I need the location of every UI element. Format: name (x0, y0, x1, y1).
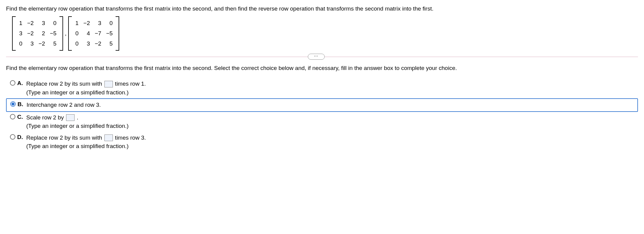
choice-hint: (Type an integer or a simplified fractio… (26, 142, 636, 151)
answer-box-a[interactable] (104, 81, 113, 87)
matrix-2: 1−230 04−7−5 03−25 (68, 16, 119, 51)
choice-letter: D. (17, 134, 26, 141)
choice-text: Scale row 2 by . (Type an integer or a s… (26, 113, 636, 131)
choice-text: Replace row 2 by its sum with times row … (26, 134, 636, 151)
choice-text: Interchange row 2 and row 3. (27, 101, 636, 109)
matrix-separator: , (65, 30, 66, 37)
choice-c[interactable]: C. Scale row 2 by . (Type an integer or … (6, 112, 638, 132)
choice-letter: C. (17, 113, 26, 120)
choice-hint: (Type an integer or a simplified fractio… (26, 122, 636, 131)
choice-text: Replace row 2 by its sum with times row … (26, 80, 636, 97)
choice-b[interactable]: B. Interchange row 2 and row 3. (6, 98, 638, 112)
radio-b[interactable] (10, 101, 16, 107)
radio-c[interactable] (10, 114, 15, 119)
choice-letter: A. (17, 80, 26, 87)
choice-a[interactable]: A. Replace row 2 by its sum with times r… (6, 78, 638, 98)
choice-d[interactable]: D. Replace row 2 by its sum with times r… (6, 132, 638, 152)
choice-hint: (Type an integer or a simplified fractio… (26, 88, 636, 97)
radio-d[interactable] (10, 134, 15, 140)
answer-box-c[interactable] (66, 114, 75, 121)
section-divider: ⋯ (6, 57, 638, 57)
matrices-row: 1−230 3−22−5 03−25 , 1−230 04−7−5 03−25 (12, 16, 638, 51)
choices-group: A. Replace row 2 by its sum with times r… (6, 78, 638, 152)
answer-box-d[interactable] (104, 134, 113, 141)
choice-letter: B. (18, 101, 27, 108)
expand-button[interactable]: ⋯ (308, 54, 325, 60)
subprompt-text: Find the elementary row operation that t… (6, 65, 638, 71)
matrix-1: 1−230 3−22−5 03−25 (12, 16, 63, 51)
question-text: Find the elementary row operation that t… (6, 5, 638, 12)
radio-a[interactable] (10, 80, 15, 86)
